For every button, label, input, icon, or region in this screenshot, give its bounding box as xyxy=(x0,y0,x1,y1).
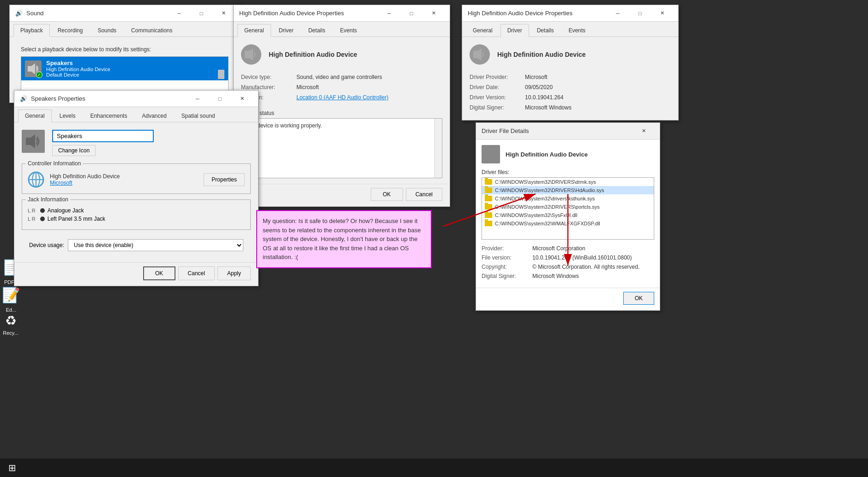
tab-mid-driver[interactable]: Driver xyxy=(272,24,301,37)
ok-button[interactable]: OK xyxy=(143,266,175,280)
driver-date-label: Driver Date: xyxy=(470,84,525,91)
speakers-props-title-bar: 🔊 Speakers Properties ─ □ ✕ xyxy=(14,91,258,107)
hd-right-device-icon xyxy=(470,44,490,65)
tab-mid-events[interactable]: Events xyxy=(333,24,364,37)
driver-ok-button[interactable]: OK xyxy=(623,292,654,305)
tab-advanced[interactable]: Advanced xyxy=(135,109,173,122)
device-name-input[interactable] xyxy=(52,130,154,142)
jack-info-legend: Jack Information xyxy=(26,196,70,203)
controller-properties-button[interactable]: Properties xyxy=(204,173,245,186)
driver-details-content: High Definition Audio Device Driver file… xyxy=(476,139,660,288)
apply-button[interactable]: Apply xyxy=(217,266,251,280)
file-version-row: File version: 10.0.19041.264 (WinBuild.1… xyxy=(482,254,654,261)
sound-minimize-btn[interactable]: ─ xyxy=(169,6,190,21)
driver-file-3[interactable]: C:\WINDOWS\system32\DRIVERS\portcls.sys xyxy=(482,203,654,211)
sound-close-btn[interactable]: ✕ xyxy=(213,6,234,21)
driver-signer-row: Digital Signer: Microsoft Windows xyxy=(482,273,654,279)
svg-marker-13 xyxy=(489,147,494,162)
folder-icon-2 xyxy=(485,196,492,201)
change-icon-button[interactable]: Change Icon xyxy=(52,145,96,156)
driver-file-2[interactable]: C:\WINDOWS\system32\drivers\ksthunk.sys xyxy=(482,194,654,203)
speakers-props-minimize-btn[interactable]: ─ xyxy=(187,91,208,106)
sound-maximize-btn[interactable]: □ xyxy=(191,6,212,21)
speakers-properties-window: 🔊 Speakers Properties ─ □ ✕ General Leve… xyxy=(14,90,259,286)
scrollbar-thumb xyxy=(218,70,224,79)
taskbar[interactable]: ⊞ xyxy=(0,459,868,477)
device-list[interactable]: ✓ Speakers High Definition Audio Device … xyxy=(21,56,229,93)
device-info: Speakers High Definition Audio Device De… xyxy=(46,60,212,78)
device-usage-select[interactable]: Use this device (enable) xyxy=(68,239,243,251)
recycle-icon-label: Recy... xyxy=(3,330,18,336)
speakers-device-icon xyxy=(22,130,45,153)
copyright-row: Copyright: © Microsoft Corporation. All … xyxy=(482,264,654,270)
tab-recording[interactable]: Recording xyxy=(51,24,90,37)
copyright-label: Copyright: xyxy=(482,264,532,270)
tab-mid-details[interactable]: Details xyxy=(301,24,332,37)
hd-mid-ok-btn[interactable]: OK xyxy=(371,188,403,201)
tab-enhancements[interactable]: Enhancements xyxy=(83,109,134,122)
controller-info-section: Controller Information High Definition A… xyxy=(22,163,251,194)
hd-mid-buttons: OK Cancel xyxy=(234,184,450,206)
location-row: Location: Location 0 (AAF HD Audio Contr… xyxy=(241,94,442,101)
taskbar-start[interactable]: ⊞ xyxy=(4,459,20,476)
tab-sounds[interactable]: Sounds xyxy=(90,24,123,37)
driver-file-5[interactable]: C:\WINDOWS\system32\WMALFXGFXDSP.dll xyxy=(482,219,654,228)
hd-right-icon-row: High Definition Audio Device xyxy=(462,37,678,72)
hd-mid-maximize-btn[interactable]: □ xyxy=(401,6,422,21)
manufacturer-value: Microsoft xyxy=(296,84,319,91)
sound-window-icon: 🔊 xyxy=(15,10,23,17)
speakers-props-icon: 🔊 xyxy=(20,95,27,103)
tab-right-driver[interactable]: Driver xyxy=(500,24,529,37)
driver-device-icon xyxy=(482,145,500,163)
speakers-props-maximize-btn[interactable]: □ xyxy=(209,91,230,106)
tab-levels[interactable]: Levels xyxy=(53,109,83,122)
driver-details-controls: ✕ xyxy=(633,124,654,139)
driver-file-1[interactable]: C:\WINDOWS\system32\DRIVERS\HdAudio.sys xyxy=(482,186,654,194)
status-scrollbar[interactable] xyxy=(434,119,442,178)
driver-file-4[interactable]: C:\WINDOWS\system32\SysFxUI.dll xyxy=(482,211,654,219)
hd-mid-props-table: Device type: Sound, video and game contr… xyxy=(234,72,450,110)
device-status-box: Device status This device is working pro… xyxy=(241,110,442,178)
hd-mid-icon-row: High Definition Audio Device xyxy=(234,37,450,72)
tab-spatial-sound[interactable]: Spatial sound xyxy=(175,109,222,122)
recycle-desktop-icon[interactable]: ♻ Recy... xyxy=(2,312,19,336)
edit-desktop-icon[interactable]: 📝 Ed... xyxy=(2,284,20,313)
hd-mid-cancel-btn[interactable]: Cancel xyxy=(406,188,442,201)
jack-dot-1 xyxy=(40,217,45,221)
jack-channels-0: L R xyxy=(28,208,36,213)
tab-right-general[interactable]: General xyxy=(466,24,500,37)
location-value[interactable]: Location 0 (AAF HD Audio Controller) xyxy=(296,94,388,101)
file-version-label: File version: xyxy=(482,254,532,261)
tab-right-events[interactable]: Events xyxy=(561,24,592,37)
hd-mid-minimize-btn[interactable]: ─ xyxy=(379,6,400,21)
speakers-device-item[interactable]: ✓ Speakers High Definition Audio Device … xyxy=(21,57,228,80)
driver-file-path-3: C:\WINDOWS\system32\DRIVERS\portcls.sys xyxy=(495,204,600,210)
tab-general[interactable]: General xyxy=(18,109,52,122)
speakers-props-title: Speakers Properties xyxy=(31,95,85,102)
tab-mid-general[interactable]: General xyxy=(237,24,271,37)
tab-playback[interactable]: Playback xyxy=(13,24,50,37)
hd-mid-close-btn[interactable]: ✕ xyxy=(423,6,444,21)
driver-file-path-0: C:\WINDOWS\system32\DRIVERS\drmk.sys xyxy=(495,179,596,185)
device-status-text: This device is working properly. xyxy=(241,118,442,178)
hd-right-minimize-btn[interactable]: ─ xyxy=(607,6,628,21)
driver-details-close-btn[interactable]: ✕ xyxy=(633,124,654,139)
driver-provider-label: Driver Provider: xyxy=(470,74,525,80)
device-usage-label: Device usage: xyxy=(29,242,64,248)
hd-right-maximize-btn[interactable]: □ xyxy=(629,6,651,21)
driver-file-0[interactable]: C:\WINDOWS\system32\DRIVERS\drmk.sys xyxy=(482,178,654,186)
tab-right-details[interactable]: Details xyxy=(530,24,561,37)
driver-version-row: Driver Version: 10.0.19041.264 xyxy=(470,94,671,101)
speakers-icon: ✓ xyxy=(25,60,42,77)
driver-provider-row: Driver Provider: Microsoft xyxy=(470,74,671,80)
hd-right-close-btn[interactable]: ✕ xyxy=(651,6,673,21)
speakers-props-close-btn[interactable]: ✕ xyxy=(231,91,253,106)
controller-vendor-link[interactable]: Microsoft xyxy=(50,180,198,186)
digital-signer-value: Microsoft Windows xyxy=(525,104,572,111)
cancel-button[interactable]: Cancel xyxy=(178,266,215,280)
sp-name-controls: Change Icon xyxy=(52,130,154,156)
tab-communications[interactable]: Communications xyxy=(124,24,179,37)
sp-header-area: Change Icon xyxy=(22,130,251,156)
driver-file-path-1: C:\WINDOWS\system32\DRIVERS\HdAudio.sys xyxy=(495,187,604,193)
driver-files-list[interactable]: C:\WINDOWS\system32\DRIVERS\drmk.sys C:\… xyxy=(482,177,654,240)
